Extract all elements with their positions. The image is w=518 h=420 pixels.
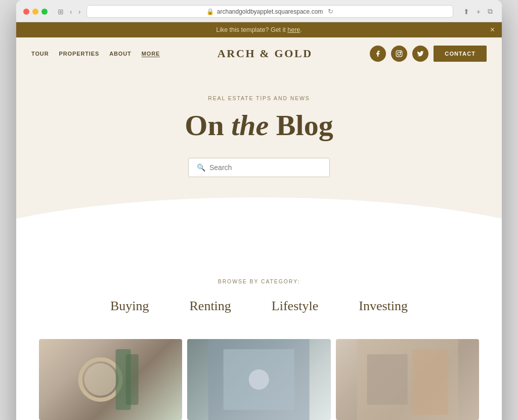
blog-image-1[interactable] bbox=[39, 339, 182, 420]
categories-section: BROWSE BY CATEGORY: Buying Renting Lifes… bbox=[16, 238, 502, 420]
nav-about[interactable]: ABOUT bbox=[109, 51, 132, 57]
svg-rect-11 bbox=[367, 354, 407, 405]
nav-left: TOUR PROPERTIES ABOUT MORE bbox=[31, 51, 160, 57]
close-button[interactable] bbox=[23, 9, 29, 15]
contact-button[interactable]: CONTACT bbox=[434, 46, 487, 62]
svg-rect-0 bbox=[397, 51, 403, 57]
refresh-icon[interactable]: ↻ bbox=[328, 8, 333, 15]
category-renting[interactable]: Renting bbox=[190, 299, 231, 314]
lock-icon: 🔒 bbox=[206, 8, 214, 15]
nav-tour[interactable]: TOUR bbox=[31, 51, 49, 57]
hero-title: On the Blog bbox=[26, 109, 492, 142]
svg-point-9 bbox=[249, 369, 269, 390]
search-bar[interactable]: 🔍 bbox=[188, 158, 330, 177]
nav-right: CONTACT bbox=[370, 46, 487, 62]
facebook-icon[interactable] bbox=[370, 46, 386, 62]
nav: TOUR PROPERTIES ABOUT MORE ARCH & GOLD bbox=[16, 37, 502, 70]
category-lifestyle[interactable]: Lifestyle bbox=[272, 299, 318, 314]
nav-properties[interactable]: PROPERTIES bbox=[59, 51, 99, 57]
back-button[interactable]: ‹ bbox=[68, 7, 74, 17]
hero-section: REAL ESTATE TIPS AND NEWS On the Blog 🔍 bbox=[16, 70, 502, 238]
categories-label: BROWSE BY CATEGORY: bbox=[26, 278, 492, 284]
twitter-icon[interactable] bbox=[412, 46, 428, 62]
forward-button[interactable]: › bbox=[76, 7, 83, 17]
browser-window: ⊞ ‹ › 🔒 archandgoldbyapplet.squarespace.… bbox=[16, 0, 502, 420]
minimize-button[interactable] bbox=[32, 9, 38, 15]
announcement-close-button[interactable]: × bbox=[490, 25, 495, 34]
announcement-link[interactable]: here bbox=[287, 26, 300, 33]
url-text: archandgoldbyapplet.squarespace.com bbox=[217, 8, 323, 15]
announcement-text: Like this template? Get it here. bbox=[216, 26, 302, 33]
site-logo[interactable]: ARCH & GOLD bbox=[160, 47, 370, 60]
svg-point-2 bbox=[401, 52, 401, 52]
svg-point-1 bbox=[398, 52, 401, 55]
traffic-lights bbox=[23, 9, 48, 15]
category-investing[interactable]: Investing bbox=[359, 299, 408, 314]
hero-subtitle: REAL ESTATE TIPS AND NEWS bbox=[26, 95, 492, 101]
browser-actions: ⬆ + ⧉ bbox=[461, 6, 495, 17]
blog-image-2[interactable] bbox=[187, 339, 330, 420]
browser-controls: ⊞ ‹ › bbox=[56, 7, 82, 17]
search-icon: 🔍 bbox=[197, 163, 205, 172]
maximize-button[interactable] bbox=[41, 9, 48, 15]
search-input[interactable] bbox=[209, 163, 311, 172]
svg-rect-6 bbox=[126, 354, 139, 405]
svg-rect-12 bbox=[412, 349, 448, 415]
site-content: Like this template? Get it here. × TOUR … bbox=[16, 22, 502, 420]
share-button[interactable]: ⬆ bbox=[461, 6, 471, 17]
nav-more[interactable]: MORE bbox=[142, 51, 160, 57]
instagram-icon[interactable] bbox=[391, 46, 407, 62]
blog-image-3[interactable] bbox=[336, 339, 479, 420]
category-buying[interactable]: Buying bbox=[110, 299, 149, 314]
category-list: Buying Renting Lifestyle Investing bbox=[26, 299, 492, 314]
blog-images bbox=[26, 339, 492, 420]
svg-point-4 bbox=[84, 363, 117, 396]
new-tab-button[interactable]: + bbox=[474, 6, 483, 17]
announcement-bar: Like this template? Get it here. × bbox=[16, 22, 502, 37]
sidebar-toggle[interactable]: ⊞ bbox=[56, 7, 66, 17]
address-bar[interactable]: 🔒 archandgoldbyapplet.squarespace.com ↻ bbox=[87, 5, 453, 18]
browser-chrome: ⊞ ‹ › 🔒 archandgoldbyapplet.squarespace.… bbox=[16, 0, 502, 22]
tabs-button[interactable]: ⧉ bbox=[486, 6, 495, 17]
